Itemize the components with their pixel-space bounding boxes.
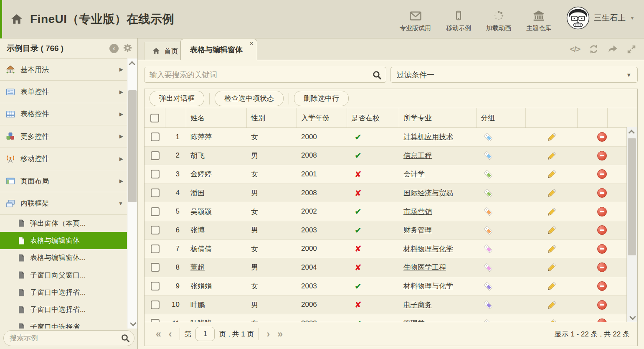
delete-icon[interactable] bbox=[597, 132, 607, 142]
sidebar-item-iframe[interactable]: 内联框架 ▼ bbox=[0, 192, 127, 214]
fullscreen-icon[interactable] bbox=[626, 44, 636, 54]
mobile-demo-button[interactable]: 移动示例 bbox=[446, 10, 471, 32]
search-icon[interactable] bbox=[372, 70, 382, 82]
last-page-icon[interactable]: » bbox=[277, 329, 283, 339]
sidebar-item-label: 内联框架 bbox=[20, 199, 49, 208]
delete-icon[interactable] bbox=[597, 151, 607, 160]
major-link[interactable]: 计算机应用技术 bbox=[403, 132, 453, 142]
edit-icon[interactable] bbox=[546, 168, 558, 180]
scroll-up-icon[interactable] bbox=[627, 127, 637, 137]
check-selected-button[interactable]: 检查选中项状态 bbox=[215, 91, 284, 106]
table-scrollbar[interactable] bbox=[626, 127, 637, 322]
delete-icon[interactable] bbox=[597, 225, 607, 235]
sidebar-item-grid-controls[interactable]: 表格控件 ▶ bbox=[0, 103, 127, 125]
sidebar-scrollbar[interactable] bbox=[127, 59, 137, 329]
major-link[interactable]: 国际经济与贸易 bbox=[403, 188, 453, 198]
sidebar-search-input[interactable] bbox=[3, 330, 134, 346]
sidebar-subitem-grid-edit-window[interactable]: 表格与编辑窗体 bbox=[0, 232, 127, 249]
refresh-icon[interactable] bbox=[588, 44, 599, 54]
delete-icon[interactable] bbox=[597, 300, 607, 310]
collapse-sidebar-icon[interactable]: ‹ bbox=[109, 44, 119, 53]
user-menu[interactable]: 三生石上 ▼ bbox=[566, 6, 635, 30]
sidebar-item-more-controls[interactable]: 更多控件 ▶ bbox=[0, 125, 127, 148]
edit-icon[interactable] bbox=[546, 131, 558, 143]
sidebar-subitem-label: 子窗口中选择省... bbox=[30, 288, 86, 297]
major-link[interactable]: 材料物理与化学 bbox=[403, 281, 453, 291]
edit-icon[interactable] bbox=[546, 150, 558, 161]
row-checkbox[interactable] bbox=[151, 282, 160, 290]
edit-icon[interactable] bbox=[546, 224, 558, 236]
sidebar-subitem-popup-window[interactable]: 弹出窗体（本页... bbox=[0, 215, 127, 232]
keyword-search-input[interactable] bbox=[144, 67, 386, 83]
row-checkbox[interactable] bbox=[151, 207, 160, 216]
row-checkbox[interactable] bbox=[151, 263, 160, 272]
next-page-icon[interactable]: › bbox=[267, 329, 270, 339]
edit-icon[interactable] bbox=[546, 262, 558, 273]
edit-icon[interactable] bbox=[546, 280, 558, 292]
delete-icon[interactable] bbox=[597, 169, 607, 179]
delete-icon[interactable] bbox=[597, 207, 607, 217]
col-gender: 性别 bbox=[247, 108, 297, 127]
source-code-icon[interactable]: </> bbox=[570, 45, 580, 54]
sidebar-subitem-select-province-3[interactable]: 子窗口中选择省 bbox=[0, 318, 127, 329]
major-link[interactable]: 材料物理与化学 bbox=[403, 244, 453, 254]
sidebar-subitem-child-to-parent[interactable]: 子窗口向父窗口... bbox=[0, 267, 127, 284]
sidebar-item-page-layout[interactable]: 页面布局 ▶ bbox=[0, 170, 127, 192]
trial-button[interactable]: 专业版试用 bbox=[400, 10, 431, 32]
delete-icon[interactable] bbox=[597, 262, 607, 272]
filter-dropdown[interactable]: 过滤条件一 ▼ bbox=[390, 67, 638, 83]
major-link[interactable]: 财务管理 bbox=[403, 225, 432, 235]
scroll-down-icon[interactable] bbox=[127, 318, 137, 329]
prev-page-icon[interactable]: ‹ bbox=[169, 329, 172, 339]
sidebar-subitem-label: 表格与编辑窗体... bbox=[30, 253, 86, 262]
row-checkbox[interactable] bbox=[151, 301, 160, 309]
delete-selected-button[interactable]: 删除选中行 bbox=[294, 91, 349, 106]
row-checkbox[interactable] bbox=[151, 132, 160, 141]
scroll-up-icon[interactable] bbox=[127, 59, 137, 69]
edit-icon[interactable] bbox=[546, 206, 558, 217]
in-school-status-icon bbox=[355, 245, 362, 253]
scrollbar-thumb[interactable] bbox=[128, 90, 137, 202]
sidebar-subitem-grid-edit-window-2[interactable]: 表格与编辑窗体... bbox=[0, 249, 127, 266]
year-cell: 2001 bbox=[297, 165, 347, 183]
edit-icon[interactable] bbox=[546, 187, 558, 199]
tab-home[interactable]: 首页 bbox=[144, 42, 186, 60]
theme-repo-button[interactable]: 主题仓库 bbox=[526, 10, 551, 32]
sidebar-subitem-select-province-2[interactable]: 子窗口中选择省... bbox=[0, 301, 127, 318]
first-page-icon[interactable]: « bbox=[156, 329, 161, 339]
search-icon[interactable] bbox=[120, 333, 130, 345]
row-checkbox[interactable] bbox=[151, 151, 160, 160]
page-number-input[interactable] bbox=[195, 327, 215, 341]
keyword-search bbox=[144, 67, 386, 83]
open-new-window-icon[interactable] bbox=[607, 44, 618, 54]
scroll-down-icon[interactable] bbox=[627, 312, 637, 322]
scrollbar-thumb[interactable] bbox=[628, 138, 636, 255]
loading-anim-button[interactable]: 加载动画 bbox=[486, 10, 511, 32]
tab-grid-edit-window[interactable]: 表格与编辑窗体 ✕ bbox=[180, 39, 257, 60]
major-link[interactable]: 信息工程 bbox=[403, 151, 432, 160]
sidebar-item-mobile-controls[interactable]: 移动控件 ▶ bbox=[0, 148, 127, 170]
major-link[interactable]: 市场营销 bbox=[403, 207, 432, 217]
delete-icon[interactable] bbox=[597, 281, 607, 291]
select-all-checkbox[interactable] bbox=[150, 114, 159, 122]
gear-icon[interactable] bbox=[123, 43, 132, 54]
row-checkbox[interactable] bbox=[151, 245, 160, 253]
sidebar-subitem-select-province-1[interactable]: 子窗口中选择省... bbox=[0, 284, 127, 301]
delete-icon[interactable] bbox=[597, 244, 607, 254]
row-checkbox[interactable] bbox=[151, 226, 160, 234]
major-link[interactable]: 生物医学工程 bbox=[403, 262, 446, 272]
sidebar-item-form-controls[interactable]: 表单控件 ▶ bbox=[0, 81, 127, 103]
edit-icon[interactable] bbox=[546, 243, 558, 255]
col-major: 所学专业 bbox=[399, 108, 477, 127]
row-checkbox[interactable] bbox=[151, 189, 160, 197]
edit-icon[interactable] bbox=[546, 299, 558, 311]
windows-icon bbox=[6, 199, 15, 208]
close-icon[interactable]: ✕ bbox=[249, 40, 254, 47]
major-link[interactable]: 电子商务 bbox=[403, 300, 432, 310]
delete-icon[interactable] bbox=[597, 188, 607, 198]
row-checkbox[interactable] bbox=[151, 170, 160, 178]
major-link[interactable]: 会计学 bbox=[403, 169, 425, 179]
open-dialog-button[interactable]: 弹出对话框 bbox=[150, 91, 204, 106]
sidebar-item-basic-usage[interactable]: 基本用法 ▶ bbox=[0, 59, 127, 81]
table-header: 姓名 性别 入学年份 是否在校 所学专业 分组 bbox=[145, 108, 637, 128]
